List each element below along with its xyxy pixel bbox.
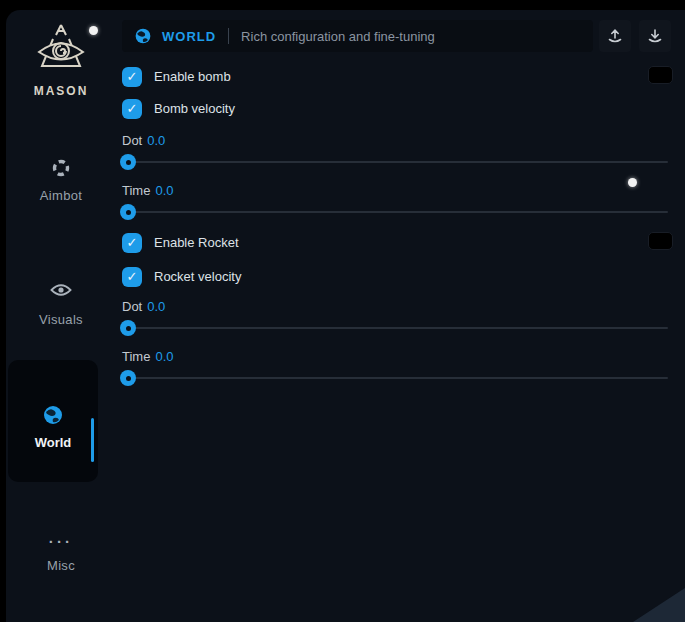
active-indicator-bar [91, 418, 94, 462]
dot-slider[interactable] [122, 154, 668, 170]
slider-value: 0.0 [155, 349, 173, 364]
sidebar-item-aimbot[interactable]: Aimbot [6, 158, 116, 204]
time-slider[interactable] [122, 204, 668, 220]
slider-track[interactable] [122, 161, 668, 163]
slider-thumb[interactable] [120, 154, 136, 170]
page-header: WORLD Rich configuration and fine-tuning [122, 20, 593, 52]
control-row: ✓ Enable bomb [122, 66, 668, 87]
upload-config-button[interactable] [599, 20, 631, 52]
checkmark-icon: ✓ [127, 102, 138, 115]
header-divider [228, 28, 229, 44]
cursor-dot [628, 178, 637, 187]
checkbox-label: Enable Rocket [154, 235, 239, 250]
download-config-button[interactable] [639, 20, 671, 52]
ellipsis-icon: ... [6, 532, 116, 550]
sidebar-item-label: Misc [47, 558, 75, 573]
checkbox-label: Enable bomb [154, 69, 231, 84]
time-slider[interactable] [122, 370, 668, 386]
slider-label: Dot0.0 [122, 299, 165, 314]
checkbox-label: Bomb velocity [154, 101, 235, 116]
sidebar-item-label: Aimbot [40, 188, 82, 203]
sidebar-item-label: World [35, 435, 72, 450]
bomb-velocity-checkbox[interactable]: ✓ [122, 99, 142, 119]
control-row: ✓ Enable Rocket [122, 232, 668, 253]
rocket-color-swatch[interactable] [648, 232, 673, 250]
sidebar-item-visuals[interactable]: Visuals [6, 282, 116, 328]
checkbox-label: Rocket velocity [154, 269, 241, 284]
slider-thumb[interactable] [120, 370, 136, 386]
eye-pyramid-logo-icon [6, 22, 116, 78]
slider-track[interactable] [122, 211, 668, 213]
slider-track[interactable] [122, 377, 668, 379]
crosshair-icon [6, 158, 116, 178]
mason-logo [6, 22, 116, 78]
slider-thumb[interactable] [120, 204, 136, 220]
slider-label: Time0.0 [122, 349, 173, 364]
page-title: WORLD [162, 29, 216, 44]
sidebar-item-world[interactable]: World [8, 360, 98, 482]
page-subtitle: Rich configuration and fine-tuning [241, 29, 435, 44]
dot-slider[interactable] [122, 320, 668, 336]
sidebar-item-label: Visuals [39, 312, 83, 327]
globe-icon [8, 404, 98, 426]
enable-rocket-checkbox[interactable]: ✓ [122, 233, 142, 253]
slider-value: 0.0 [155, 183, 173, 198]
control-row: ✓ Bomb velocity [122, 98, 668, 119]
slider-label: Dot0.0 [122, 133, 165, 148]
slider-value: 0.0 [147, 299, 165, 314]
rocket-velocity-checkbox[interactable]: ✓ [122, 267, 142, 287]
slider-label: Time0.0 [122, 183, 173, 198]
upload-icon [607, 28, 623, 44]
slider-value: 0.0 [147, 133, 165, 148]
sidebar: MASON Aimbot Visuals [6, 10, 116, 622]
checkmark-icon: ✓ [127, 236, 138, 249]
bomb-color-swatch[interactable] [648, 66, 673, 84]
slider-track[interactable] [122, 327, 668, 329]
menu-window: MASON Aimbot Visuals [6, 10, 685, 622]
globe-icon [134, 27, 152, 45]
enable-bomb-checkbox[interactable]: ✓ [122, 67, 142, 87]
checkmark-icon: ✓ [127, 70, 138, 83]
control-row: ✓ Rocket velocity [122, 266, 668, 287]
sidebar-item-misc[interactable]: ... Misc [6, 532, 116, 574]
page: MASON Aimbot Visuals [0, 0, 685, 622]
eye-icon [6, 282, 116, 302]
slider-thumb[interactable] [120, 320, 136, 336]
logo-wordmark: MASON [6, 84, 116, 98]
download-icon [647, 28, 663, 44]
checkmark-icon: ✓ [127, 270, 138, 283]
corner-glow [633, 588, 685, 622]
cursor-dot [89, 26, 98, 35]
